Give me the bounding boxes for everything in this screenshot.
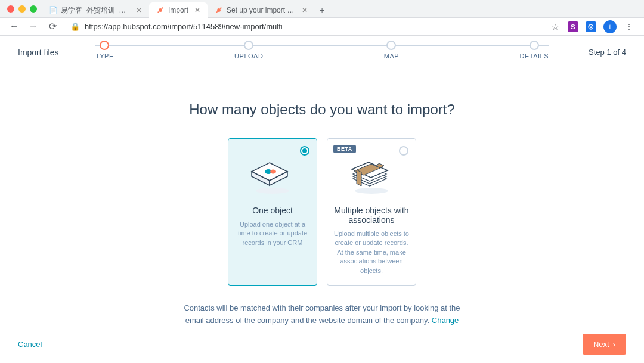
card-description: Upload one object at a time to create or…: [234, 220, 311, 247]
stepper-step-type: TYPE: [95, 41, 114, 60]
page-content: Import files Step 1 of 4 TYPE UPLOAD MAP…: [0, 36, 644, 339]
card-title: One object: [234, 206, 311, 215]
option-card-one-object[interactable]: One object Upload one object at a time t…: [228, 138, 317, 286]
chevron-right-icon: ›: [613, 340, 615, 349]
new-tab-button[interactable]: +: [315, 5, 329, 15]
stepper-step-map: MAP: [384, 41, 399, 60]
extension-icon[interactable]: S: [568, 21, 578, 32]
tab-title: Set up your import file: [227, 6, 296, 14]
tab-favicon: [156, 6, 165, 14]
menu-icon[interactable]: ⋮: [624, 21, 634, 32]
profile-avatar[interactable]: t: [603, 20, 617, 33]
page-title: Import files: [18, 48, 58, 57]
step-circle-icon: [100, 41, 109, 50]
card-illustration-icon: [234, 152, 311, 200]
browser-toolbar: ← → ⟳ 🔒 https://app.hubspot.com/import/5…: [0, 18, 644, 36]
tab-title: Import: [168, 6, 188, 14]
step-circle-icon: [530, 41, 539, 50]
step-circle-icon: [244, 41, 253, 50]
browser-tab[interactable]: Import ✕: [149, 2, 208, 18]
radio-icon: [399, 146, 408, 156]
card-illustration-icon: [333, 152, 410, 200]
browser-tab-bar: 📄 易学客_外贸培训_外贸业务培训 ✕ Import ✕ Set up your…: [0, 0, 644, 18]
minimize-window-button[interactable]: [18, 5, 26, 13]
stepper-step-details: DETAILS: [519, 41, 549, 60]
url-text: https://app.hubspot.com/import/5114589/n…: [85, 22, 283, 31]
reload-button[interactable]: ⟳: [48, 21, 57, 32]
page-question: How many objects do you want to import?: [0, 101, 644, 118]
card-title: Multiple objects with associations: [333, 206, 410, 225]
svg-point-14: [270, 170, 276, 174]
progress-stepper: TYPE UPLOAD MAP DETAILS: [95, 41, 549, 60]
svg-point-16: [355, 188, 388, 194]
stepper-step-upload: UPLOAD: [234, 41, 263, 60]
address-bar[interactable]: 🔒 https://app.hubspot.com/import/5114589…: [66, 22, 545, 31]
tab-favicon: [215, 6, 223, 14]
option-cards: One object Upload one object at a time t…: [0, 138, 644, 286]
lock-icon: 🔒: [70, 22, 80, 31]
step-indicator: Step 1 of 4: [589, 48, 626, 57]
close-tab-icon[interactable]: ✕: [194, 6, 200, 14]
forward-button[interactable]: →: [29, 21, 38, 32]
extension-icon[interactable]: ◎: [586, 21, 596, 32]
next-button[interactable]: Next ›: [583, 334, 626, 355]
svg-point-15: [256, 188, 289, 194]
close-tab-icon[interactable]: ✕: [136, 6, 142, 14]
close-window-button[interactable]: [7, 5, 14, 13]
svg-marker-22: [357, 170, 361, 186]
cancel-button[interactable]: Cancel: [18, 340, 42, 349]
close-tab-icon[interactable]: ✕: [302, 6, 308, 14]
maximize-window-button[interactable]: [30, 5, 37, 13]
footer-bar: Cancel Next ›: [0, 325, 644, 363]
back-button[interactable]: ←: [10, 21, 19, 32]
option-card-multiple-objects[interactable]: BETA Multiple objects with association: [327, 138, 416, 286]
tab-title: 易学客_外贸培训_外贸业务培训: [61, 5, 130, 15]
browser-tab[interactable]: Set up your import file ✕: [208, 2, 315, 18]
browser-tab[interactable]: 📄 易学客_外贸培训_外贸业务培训 ✕: [42, 2, 149, 18]
beta-badge: BETA: [333, 145, 356, 153]
radio-icon: [300, 146, 309, 156]
card-description: Upload multiple objects to create or upd…: [333, 229, 410, 275]
tab-favicon: 📄: [49, 6, 57, 14]
bookmark-icon[interactable]: ☆: [550, 21, 561, 32]
step-circle-icon: [386, 41, 396, 50]
